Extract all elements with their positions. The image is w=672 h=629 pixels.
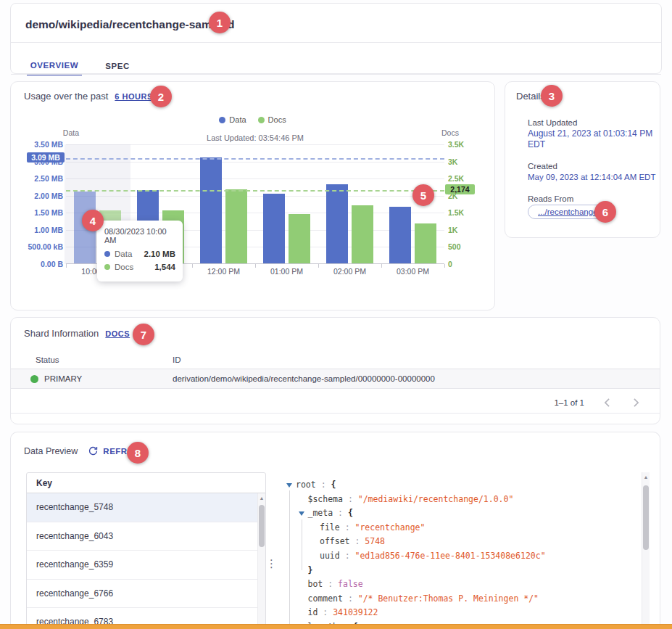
annotation-badge-4: 4 [82,210,104,231]
pagination-text: 1–1 of 1 [554,398,584,407]
tooltip-data-value: 2.10 MB [144,250,175,258]
right-axis-tick: 3.5K [448,140,464,149]
left-axis-tick: 1.50 MB [11,208,63,217]
tab-bar: OVERVIEW SPEC [27,56,140,75]
x-axis-label: 02:00 PM [318,267,381,276]
data-bar[interactable] [200,157,222,263]
right-axis-tick: 1.5K [448,208,464,217]
docs-bar[interactable] [415,223,436,263]
tooltip-docs-dot [104,264,110,270]
chevron-right-icon[interactable] [629,396,642,409]
last-updated-label: Last Updated [528,118,577,127]
docs-bar[interactable] [289,214,310,263]
panel-resize-handle[interactable]: ⋮ [266,557,277,570]
json-line: comment : "/* Benutzer:Thomas P. Meining… [308,592,539,607]
usage-title: Usage over the past [24,91,108,102]
x-axis-tick [318,264,319,268]
json-line: id : 341039122 [308,606,378,620]
legend-data-label: Data [229,115,246,124]
x-axis-tick [66,264,67,268]
tooltip-data-label: Data [115,250,132,258]
key-list-item[interactable]: recentchange_6043 [27,522,265,551]
legend-item-docs[interactable]: Docs [258,115,286,124]
right-axis-tick: 1K [448,226,457,234]
docs-bar[interactable] [225,189,247,263]
annotation-badge-6: 6 [594,201,616,223]
x-axis-tick [192,264,193,268]
key-list-scroll-thumb[interactable] [259,505,265,547]
usage-range-link[interactable]: 6 HOURS [115,92,152,101]
legend-docs-dot [258,117,265,123]
chevron-left-icon[interactable] [600,396,613,409]
annotation-badge-8: 8 [127,442,149,464]
data-max-badge: 3.09 MB [27,152,65,163]
data-max-markline [66,158,444,160]
tab-spec[interactable]: SPEC [95,56,140,75]
legend-item-data[interactable]: Data [219,115,246,124]
json-tree-viewer: root : {$schema : "/mediawiki/recentchan… [283,472,640,629]
docs-max-badge: 2,174 [445,184,475,194]
shard-foot-divider [11,413,660,414]
shard-col-id: ID [173,355,181,364]
scroll-up-icon[interactable]: ▲ [642,474,650,480]
legend-data-dot [219,117,225,123]
right-axis-tick: 500 [448,242,461,251]
left-axis-tick: 500.00 kB [11,242,63,251]
reads-from-label: Reads From [528,194,573,203]
data-preview-card: Data Preview REFRESH Key recentchange_57… [10,432,660,629]
tabs-divider [11,74,661,75]
json-line: _meta : { [308,506,353,521]
json-scroll-thumb[interactable] [643,485,649,550]
json-line: offset : 5748 [320,535,385,549]
key-list: Key recentchange_5748recentchange_6043re… [26,472,266,629]
json-line: root : { [296,478,336,493]
shard-id-text: derivation/demo/wikipedia/recentchange-s… [173,374,435,383]
shard-header: Shard Information DOCS [24,328,146,339]
json-scrollbar[interactable]: ▲ [642,472,650,629]
annotation-badge-5: 5 [412,184,434,206]
right-axis-tick: 0 [448,260,452,268]
key-list-item[interactable]: recentchange_6766 [27,580,265,609]
scroll-up-icon[interactable]: ▲ [258,496,265,501]
left-axis-tick: 2.00 MB [11,192,63,200]
bottom-accent-bar [0,624,672,629]
last-updated-value: August 21, 2023 at 01:03:14 PM EDT [528,128,661,149]
json-line: bot : false [308,577,363,592]
refresh-icon [88,445,99,456]
annotation-badge-2: 2 [150,86,172,107]
shard-pagination: 1–1 of 1 [554,392,642,413]
data-bar[interactable] [263,194,285,263]
title-divider [11,42,661,43]
shard-table-row[interactable]: PRIMARY derivation/demo/wikipedia/recent… [11,369,660,389]
docs-bar[interactable] [352,205,373,263]
collapse-triangle-icon[interactable] [286,483,292,488]
left-axis-tick: 2.50 MB [11,174,63,183]
json-line: file : "recentchange" [320,521,425,535]
x-axis-label: 03:00 PM [381,267,444,276]
chart-legend: Data Docs [11,115,494,124]
collapse-triangle-icon[interactable] [299,511,304,516]
left-axis-tick: 1.00 MB [11,226,63,234]
tooltip-docs-label: Docs [115,263,133,271]
screen: demo/wikipedia/recentchange-sampled OVER… [0,0,672,629]
x-axis-tick [255,264,256,268]
tooltip-data-dot [104,251,110,257]
json-line: } [308,564,313,578]
data-bar[interactable] [326,184,348,263]
tab-overview[interactable]: OVERVIEW [27,56,82,75]
legend-docs-label: Docs [268,115,286,124]
created-value: May 09, 2023 at 12:14:04 AM EDT [528,172,661,183]
key-list-item[interactable]: recentchange_6359 [27,551,265,580]
right-axis-tick: 3K [448,157,457,166]
tooltip-date: 08/30/2023 10:00 AM [104,227,175,244]
page-title: demo/wikipedia/recentchange-sampled [25,18,235,31]
shard-col-status: Status [36,355,59,364]
reads-from-link[interactable]: .../recentchange [538,207,597,216]
chart-tooltip: 08/30/2023 10:00 AM Data 2.10 MB Docs 1,… [97,221,183,281]
x-axis-label: 01:00 PM [255,267,318,276]
indent-guide [302,519,302,571]
key-list-item[interactable]: recentchange_5748 [27,493,265,522]
shard-docs-link[interactable]: DOCS [105,329,130,338]
key-list-scrollbar[interactable]: ▲ [257,493,265,629]
data-bar[interactable] [389,207,411,263]
